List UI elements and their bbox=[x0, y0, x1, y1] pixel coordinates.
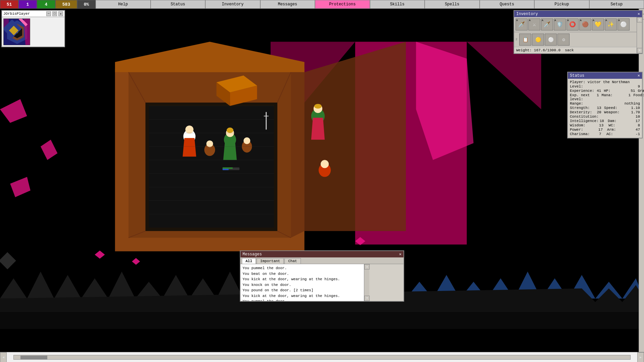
messages-body: You pummel the door. You beat on the doo… bbox=[240, 264, 404, 301]
status-exp-val: 41 bbox=[597, 89, 601, 93]
status-exp-row: Experience: 41 HP: 51 Grace: 4 bbox=[570, 89, 640, 93]
status-arm-val: 47 bbox=[636, 128, 640, 132]
status-dam-val: 17 bbox=[636, 119, 640, 123]
status-title: Status bbox=[570, 73, 584, 78]
hscroll-thumb[interactable] bbox=[20, 356, 47, 360]
messages-content[interactable]: You pummel the door. You beat on the doo… bbox=[240, 264, 364, 301]
status-expnext-label: Exp. next level: bbox=[570, 93, 597, 101]
status-dex-val: 20 bbox=[597, 110, 601, 114]
msg-tab-chat[interactable]: Chat bbox=[284, 258, 301, 264]
player-panel-close[interactable]: ✕ bbox=[58, 11, 63, 16]
status-con-label: Constitution: bbox=[570, 115, 599, 119]
player-panel-maximize[interactable]: □ bbox=[52, 11, 57, 16]
messages-titlebar: Messages ✕ bbox=[240, 251, 404, 257]
horizontal-scrollbar-area: ◀ ▶ bbox=[0, 352, 644, 362]
status-level-label: Level: bbox=[570, 84, 597, 88]
svg-marker-49 bbox=[311, 118, 325, 140]
pct-stat: 0% bbox=[77, 0, 96, 9]
player-panel-minimize[interactable]: ─ bbox=[46, 11, 51, 16]
status-speed-val: 1.10 bbox=[631, 106, 640, 110]
msg-line-6: You pummel the door. bbox=[243, 299, 362, 301]
svg-point-25 bbox=[227, 128, 233, 133]
status-wc-val: 8 bbox=[638, 123, 640, 127]
inv-item-3[interactable]: A🛡️ bbox=[554, 18, 566, 31]
svg-marker-19 bbox=[183, 138, 196, 157]
inv-item-0[interactable]: A🗡️ bbox=[516, 18, 528, 31]
status-button[interactable]: Status bbox=[151, 0, 206, 9]
msg-tab-important[interactable]: Important bbox=[257, 258, 284, 264]
status-ac-val: -1 bbox=[636, 132, 640, 136]
status-food-label: Food: bbox=[633, 93, 644, 101]
status-range-row: Range: nothing bbox=[570, 102, 640, 106]
pickup-button[interactable]: Pickup bbox=[534, 0, 589, 9]
inv-item2-0[interactable]: 📋 bbox=[519, 34, 531, 46]
player-panel-controls: ─ □ ✕ bbox=[46, 11, 63, 16]
status-dam-label: Dam: bbox=[608, 119, 635, 123]
inv-item-7[interactable]: A✨ bbox=[605, 18, 617, 31]
top-bar: 51 1 4 583 0% Help Status Inventory Mess… bbox=[0, 0, 644, 9]
status-expnext-row: Exp. next level: 1 Mana: 1 Food: 583 bbox=[570, 93, 640, 101]
inv-item-1[interactable]: A⚔️ bbox=[528, 18, 540, 31]
status-range-label: Range: bbox=[570, 102, 597, 106]
status-panel: Status ✕ Player: victor the Northman Lev… bbox=[567, 72, 643, 138]
skills-button[interactable]: Skills bbox=[370, 0, 425, 9]
msg-scroll-up[interactable]: ▲ bbox=[364, 264, 370, 269]
status-cha-val: 7 bbox=[599, 132, 601, 136]
vertical-scrollbar: ▲ ▼ bbox=[639, 9, 644, 352]
inv-scroll-up[interactable]: ▲ bbox=[637, 17, 642, 22]
status-int-val: 18 bbox=[600, 119, 604, 123]
inv-item-8[interactable]: A⚪ bbox=[618, 18, 630, 31]
svg-point-61 bbox=[321, 160, 329, 168]
msg-scroll-down[interactable]: ▼ bbox=[364, 296, 370, 301]
svg-marker-67 bbox=[4, 19, 9, 29]
status-pow-val: 17 bbox=[598, 128, 603, 132]
status-ac-label: AC: bbox=[606, 132, 633, 136]
inv-scroll-down[interactable]: ▼ bbox=[637, 48, 642, 53]
hscroll-left[interactable]: ◀ bbox=[0, 352, 7, 362]
svg-rect-13 bbox=[149, 106, 274, 228]
msg-tab-all[interactable]: All bbox=[242, 258, 256, 264]
inventory-weight: Weight: 167.6/1300.0 sack bbox=[514, 47, 637, 53]
setup-button[interactable]: Setup bbox=[589, 0, 644, 9]
status-speed-label: Speed: bbox=[604, 106, 631, 110]
status-mana-val: 1 bbox=[629, 93, 631, 101]
status-str-val: 13 bbox=[597, 106, 601, 110]
svg-point-18 bbox=[185, 126, 194, 134]
status-dex-row: Dexterity: 20 Weapon: 1.70 bbox=[570, 110, 640, 114]
svg-marker-12 bbox=[291, 42, 406, 238]
status-level-row: Level: 9 bbox=[570, 84, 640, 88]
status-body: Player: victor the Northman Level: 9 Exp… bbox=[568, 79, 642, 138]
inv-item-2[interactable]: A🗡️ bbox=[541, 18, 553, 31]
msg-line-4: You pound on the door. [2 times] bbox=[243, 288, 362, 293]
svg-rect-30 bbox=[223, 169, 229, 170]
inventory-items-row: A🗡️ A⚔️ A🗡️ A🛡️ A⭕ A🟤 A💛 A✨ A⚪ bbox=[514, 17, 637, 32]
player-panel-titlebar: JOrbisPlayer ─ □ ✕ bbox=[2, 11, 64, 17]
messages-scrollbar: ▲ ▼ bbox=[364, 264, 369, 301]
hscroll-right[interactable]: ▶ bbox=[637, 352, 644, 362]
inv-item2-3[interactable]: ⚙️ bbox=[557, 34, 570, 46]
quests-button[interactable]: Quests bbox=[480, 0, 535, 9]
status-cha-label: Charisma: bbox=[570, 132, 597, 136]
inventory-row2: 2 📋 🟡 ⚪ ⚙️ bbox=[514, 32, 637, 47]
game-area[interactable]: JOrbisPlayer ─ □ ✕ bbox=[0, 9, 644, 362]
inv-item2-1[interactable]: 🟡 bbox=[532, 34, 544, 46]
status-level-val: 9 bbox=[638, 84, 640, 88]
protections-button[interactable]: Protections bbox=[315, 0, 370, 9]
status-close-button[interactable]: ✕ bbox=[638, 73, 640, 78]
status-weapon-label: Weapon: bbox=[604, 110, 631, 114]
spells-button[interactable]: Spells bbox=[425, 0, 480, 9]
inventory-button[interactable]: Inventory bbox=[205, 0, 260, 9]
status-titlebar: Status ✕ bbox=[568, 72, 642, 79]
inv-item-4[interactable]: A⭕ bbox=[567, 18, 579, 31]
help-button[interactable]: Help bbox=[96, 0, 151, 9]
inv-item2-2[interactable]: ⚪ bbox=[545, 34, 557, 46]
messages-close-button[interactable]: ✕ bbox=[399, 252, 401, 257]
messages-button[interactable]: Messages bbox=[260, 0, 315, 9]
inv-item-6[interactable]: A💛 bbox=[592, 18, 604, 31]
status-mana-label: Mana: bbox=[602, 93, 629, 101]
inv-item-5[interactable]: A🟤 bbox=[579, 18, 591, 31]
inventory-close-button[interactable]: ✕ bbox=[638, 11, 640, 16]
inventory-panel: Inventory ✕ A🗡️ A⚔️ A🗡️ A🛡️ A⭕ A🟤 A💛 A✨ … bbox=[514, 10, 643, 54]
status-wis-val: 13 bbox=[599, 123, 603, 127]
hscroll-track[interactable] bbox=[13, 355, 631, 360]
